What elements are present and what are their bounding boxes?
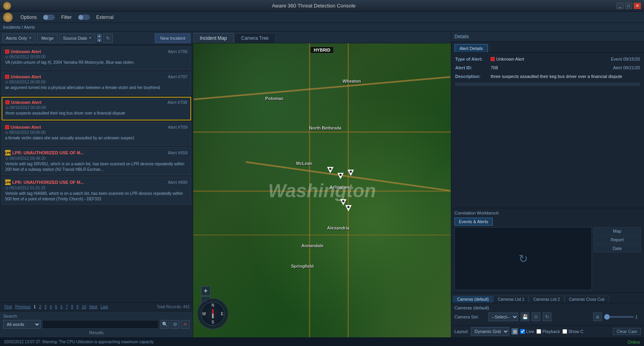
page-2-link[interactable]: 2 <box>38 304 43 309</box>
tab-incident-map[interactable]: Incident Map <box>193 33 234 43</box>
maximize-button[interactable]: □ <box>625 3 632 9</box>
list-item[interactable]: LPR LPR: UNAUTHORIZED USE OF M... Alert … <box>2 147 191 175</box>
first-page-link[interactable]: First <box>3 304 13 309</box>
page-1-link[interactable]: 1 <box>32 304 37 309</box>
app-logo-icon <box>3 13 13 22</box>
page-7-link[interactable]: 7 <box>65 304 69 309</box>
tab-cameras-list1[interactable]: Cameras List 1 <box>493 296 529 303</box>
layout-select[interactable]: Dynamic Grid 2x2 3x3 <box>471 327 509 336</box>
app-logo <box>3 2 11 10</box>
minimize-button[interactable]: _ <box>616 3 624 9</box>
event-date: 09/15/20 <box>623 57 640 61</box>
list-item[interactable]: Unknown Alert Alert #708 ⊙ 09/15/2012 00… <box>2 97 191 120</box>
clear-cam-button[interactable]: Clear Cam <box>613 328 641 335</box>
search-options-button[interactable]: ⚙ <box>171 320 179 329</box>
compass-east: E <box>221 312 223 316</box>
alert-date: ⊙ 09/14/2012 09:48:20 <box>5 156 188 161</box>
search-button[interactable]: 🔍 <box>160 320 169 329</box>
list-item[interactable]: Unknown Alert Alert #709 ⊙ 09/15/2012 00… <box>2 122 191 146</box>
refresh-button[interactable]: ↻ <box>103 33 113 43</box>
menu-options[interactable]: Options <box>17 13 41 21</box>
corr-date-button[interactable]: Date <box>594 244 641 252</box>
layout-icon[interactable]: ▦ <box>512 328 518 335</box>
tab-alert-details[interactable]: Alert Details <box>454 44 488 52</box>
alert-label: Alert 09/21/20 <box>613 65 640 70</box>
search-input[interactable] <box>42 320 159 329</box>
alert-description: Vehicle with tag HIA680, which is on a w… <box>5 191 188 202</box>
playback-checkbox[interactable] <box>536 329 541 334</box>
zoom-in-button[interactable]: + <box>201 286 210 296</box>
close-button[interactable]: ✕ <box>634 3 641 9</box>
playback-checkbox-label: Playback <box>536 329 560 334</box>
refresh-icon[interactable]: ↻ <box>519 252 528 265</box>
tab-cameras-default[interactable]: Cameras (default) <box>453 296 493 303</box>
search-row: All words Any word Exact phrase 🔍 ⚙ ✕ <box>3 320 190 329</box>
live-checkbox[interactable] <box>520 329 525 334</box>
cameras-section: Cameras (default) Cameras List 1 Cameras… <box>451 292 644 325</box>
merge-button[interactable]: Merge <box>37 33 58 43</box>
list-item[interactable]: LPR LPR: UNAUTHORIZED USE OF M... Alert … <box>2 177 191 205</box>
correlation-section: Correlation Workbench Events & Alerts ↻ … <box>451 208 644 292</box>
last-page-link[interactable]: Last <box>99 304 109 309</box>
menu-filter[interactable]: Filter <box>57 13 76 21</box>
tab-camera-tree[interactable]: Camera Tree <box>235 33 275 43</box>
camera-refresh-icon[interactable]: ↻ <box>543 313 551 321</box>
camera-save-icon[interactable]: 💾 <box>521 313 529 321</box>
map-pin[interactable] <box>337 173 344 179</box>
camera-set-select[interactable]: --Select-- <box>488 313 518 321</box>
new-incident-button[interactable]: New Incident <box>155 33 190 43</box>
city-label-arlington: Arlington <box>330 185 349 189</box>
page-3-link[interactable]: 3 <box>43 304 48 309</box>
alert-title: Unknown Alert <box>5 125 41 130</box>
alert-list: Unknown Alert Alert #706 ⊙ 09/16/2012 00… <box>0 45 193 302</box>
page-10-link[interactable]: 10 <box>80 304 87 309</box>
filter-toggle[interactable] <box>78 15 90 20</box>
next-page-link[interactable]: Next <box>88 304 99 309</box>
camera-set-label: Camera Set: <box>454 315 486 319</box>
sort-up-button[interactable]: ▲ <box>97 34 102 38</box>
tab-cameras-list2[interactable]: Cameras List 2 <box>529 296 564 303</box>
corr-map-button[interactable]: Map <box>594 227 641 235</box>
alerts-only-dropdown[interactable]: Alerts Only ▼ <box>2 33 35 43</box>
alert-id-value: 708 <box>491 65 498 70</box>
sort-down-button[interactable]: ▼ <box>97 38 102 42</box>
tab-events-alerts[interactable]: Events & Alerts <box>454 218 493 226</box>
map-pin[interactable] <box>348 170 354 176</box>
camera-count-slider[interactable] <box>604 316 634 318</box>
event-label: Event 09/15/20 <box>611 57 640 61</box>
incidents-label: Incidents / Alerts <box>3 25 35 30</box>
window-controls: _ □ ✕ <box>616 3 641 9</box>
alert-header: LPR LPR: UNAUTHORIZED USE OF M... Alert … <box>5 150 188 155</box>
alert-header: Unknown Alert Alert #706 <box>5 49 188 54</box>
map-pin[interactable] <box>345 205 352 211</box>
show-c-checkbox[interactable] <box>562 329 567 334</box>
menu-external[interactable]: External <box>92 13 117 21</box>
description-scrollbar[interactable] <box>455 83 640 86</box>
options-toggle[interactable] <box>43 15 55 20</box>
search-mode-select[interactable]: All words Any word Exact phrase <box>3 320 41 329</box>
alert-header: Unknown Alert Alert #707 <box>5 74 188 79</box>
list-item[interactable]: Unknown Alert Alert #707 ⊙ 09/16/2012 00… <box>2 72 191 95</box>
camera-grid-button[interactable]: ⊞ <box>593 313 602 321</box>
page-4-link[interactable]: 4 <box>48 304 53 309</box>
camera-copy-icon[interactable]: ⊙ <box>532 313 540 321</box>
camera-count-value: 1 <box>635 315 641 319</box>
search-reset-button[interactable]: ✕ <box>181 320 190 329</box>
page-8-link[interactable]: 8 <box>70 304 74 309</box>
page-9-link[interactable]: 9 <box>75 304 80 309</box>
tab-cameras-cross-cue[interactable]: Cameras Cross Cue <box>565 296 609 303</box>
corr-report-button[interactable]: Report <box>594 236 641 244</box>
map-pin[interactable] <box>340 199 346 205</box>
alert-header: Unknown Alert Alert #709 <box>5 125 188 130</box>
map-pin[interactable] <box>327 167 333 173</box>
prev-page-link[interactable]: Previous <box>14 304 32 309</box>
city-label-wheaton: Wheaton <box>342 79 361 83</box>
alert-header: Unknown Alert Alert #708 <box>6 100 187 105</box>
map-panel: Incident Map Camera Tree HYBRID Potomac … <box>193 31 451 337</box>
list-item[interactable]: Unknown Alert Alert #706 ⊙ 09/16/2012 00… <box>2 46 191 70</box>
source-date-dropdown[interactable]: Source Date ▼ <box>60 33 95 43</box>
page-5-link[interactable]: 5 <box>54 304 59 309</box>
live-checkbox-label: Live <box>520 329 534 334</box>
city-label-annandale: Annandale <box>302 243 324 248</box>
page-6-link[interactable]: 6 <box>59 304 64 309</box>
